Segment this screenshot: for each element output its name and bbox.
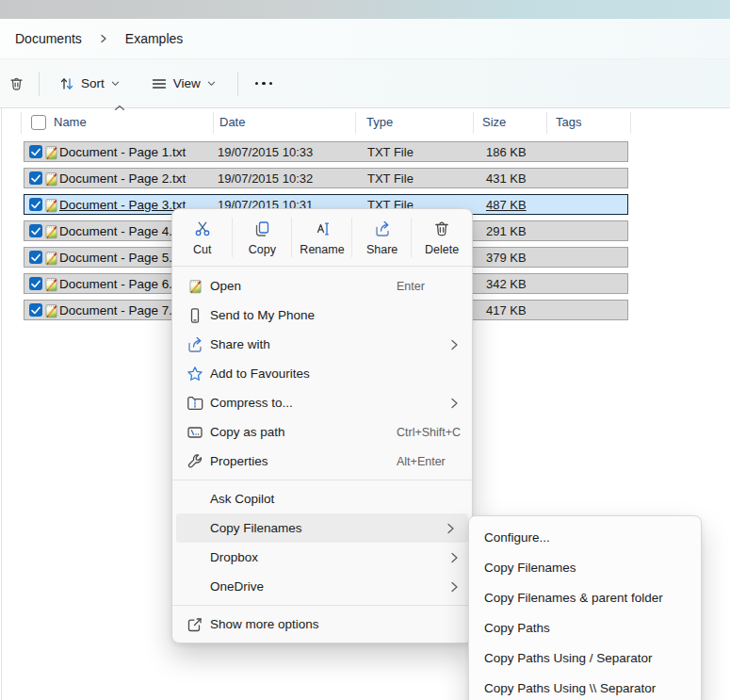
zip-folder-icon bbox=[186, 394, 204, 413]
shortcut-hint: Alt+Enter bbox=[397, 455, 446, 468]
menu-item-show-more-options[interactable]: Show more options bbox=[172, 610, 472, 639]
context-menu: CutCopyRenameShareDelete OpenEnterSend t… bbox=[171, 208, 473, 643]
column-header-date[interactable]: Date bbox=[219, 115, 245, 129]
submenu-item-copy-filenames[interactable]: Copy Filenames bbox=[469, 552, 701, 582]
view-label: View bbox=[173, 76, 201, 90]
submenu-item-copy-paths[interactable]: Copy Paths bbox=[469, 612, 701, 643]
file-row[interactable]: Document - Page 1.txt19/07/2015 10:33TXT… bbox=[24, 141, 628, 162]
quick-action-label: Share bbox=[366, 243, 397, 256]
menu-item-add-to-favourites[interactable]: Add to Favourites bbox=[172, 359, 472, 388]
menu-item-label: Open bbox=[210, 279, 241, 293]
file-row[interactable]: Document - Page 2.txt19/07/2015 10:32TXT… bbox=[24, 168, 628, 188]
column-divider[interactable] bbox=[21, 112, 22, 134]
toolbar-divider bbox=[39, 72, 40, 96]
file-name[interactable]: Document - Page 7.txt bbox=[59, 303, 186, 317]
file-date: 19/07/2015 10:32 bbox=[218, 171, 313, 186]
column-divider[interactable] bbox=[630, 112, 631, 134]
menu-item-onedrive[interactable]: OneDrive bbox=[172, 572, 472, 601]
delete-button[interactable] bbox=[0, 68, 33, 100]
menu-item-label: Compress to... bbox=[210, 396, 293, 410]
file-name[interactable]: Document - Page 1.txt bbox=[59, 145, 186, 159]
menu-item-label: Send to My Phone bbox=[210, 308, 315, 322]
menu-item-dropbox[interactable]: Dropbox bbox=[172, 543, 472, 572]
submenu-item-configure[interactable]: Configure... bbox=[469, 522, 701, 552]
quick-action-label: Delete bbox=[425, 243, 459, 256]
more-options-button[interactable] bbox=[244, 82, 284, 86]
file-name[interactable]: Document - Page 4.txt bbox=[59, 224, 186, 238]
menu-item-ask-copilot[interactable]: Ask Copilot bbox=[172, 484, 472, 513]
column-header-type[interactable]: Type bbox=[366, 115, 393, 129]
submenu-item-copy-filenames-parent-folder[interactable]: Copy Filenames & parent folder bbox=[469, 582, 701, 612]
command-toolbar: Sort View bbox=[0, 59, 730, 108]
column-header-size[interactable]: Size bbox=[482, 115, 506, 129]
column-divider[interactable] bbox=[546, 112, 547, 134]
menu-item-send-to-my-phone[interactable]: Send to My Phone bbox=[172, 301, 472, 330]
file-type: TXT File bbox=[367, 171, 414, 186]
column-divider[interactable] bbox=[213, 112, 214, 134]
menu-item-open[interactable]: OpenEnter bbox=[172, 271, 472, 301]
file-size: 417 KB bbox=[486, 303, 527, 317]
menu-item-share-with[interactable]: Share with bbox=[172, 330, 472, 359]
view-list-icon bbox=[152, 77, 167, 90]
file-name[interactable]: Document - Page 3.txt bbox=[59, 198, 186, 212]
menu-item-label: Copy as path bbox=[210, 425, 285, 439]
chevron-right-icon bbox=[449, 581, 459, 593]
file-size: 431 KB bbox=[486, 171, 527, 186]
menu-item-compress-to[interactable]: Compress to... bbox=[172, 388, 472, 417]
share-quick-button[interactable]: Share bbox=[352, 209, 413, 266]
row-checkbox[interactable] bbox=[29, 198, 42, 211]
quick-action-label: Copy bbox=[249, 243, 276, 256]
sort-button[interactable]: Sort bbox=[51, 68, 128, 100]
column-divider[interactable] bbox=[473, 112, 474, 134]
menu-item-copy-filenames[interactable]: Copy Filenames bbox=[176, 513, 468, 543]
chevron-right-icon bbox=[449, 339, 459, 350]
chevron-right-icon bbox=[449, 552, 459, 563]
menu-item-label: Share with bbox=[210, 337, 270, 351]
submenu-item-copy-paths-using-separator[interactable]: Copy Paths Using / Separator bbox=[469, 643, 701, 673]
select-all-checkbox[interactable] bbox=[31, 115, 46, 130]
copy-path-icon bbox=[186, 423, 204, 442]
text-document-icon bbox=[43, 171, 59, 187]
text-document-icon bbox=[43, 302, 59, 319]
menu-item-label: Properties bbox=[210, 454, 268, 468]
sort-label: Sort bbox=[81, 76, 105, 90]
chevron-down-icon bbox=[207, 79, 216, 88]
text-document-icon bbox=[43, 197, 59, 214]
rename-quick-button[interactable]: Rename bbox=[292, 209, 352, 266]
row-checkbox[interactable] bbox=[29, 303, 42, 317]
share-icon bbox=[186, 335, 204, 354]
file-name[interactable]: Document - Page 6.txt bbox=[59, 277, 186, 291]
quick-action-label: Cut bbox=[193, 243, 211, 256]
menu-item-copy-as-path[interactable]: Copy as pathCtrl+Shift+C bbox=[172, 417, 472, 447]
text-document-icon bbox=[43, 144, 59, 161]
row-checkbox[interactable] bbox=[29, 277, 42, 290]
view-button[interactable]: View bbox=[143, 68, 224, 100]
row-checkbox[interactable] bbox=[29, 224, 42, 237]
row-checkbox[interactable] bbox=[29, 171, 42, 185]
quick-action-label: Rename bbox=[300, 243, 344, 256]
file-name[interactable]: Document - Page 5.txt bbox=[59, 251, 186, 265]
breadcrumb-item-examples[interactable]: Examples bbox=[120, 27, 188, 50]
menu-item-label: OneDrive bbox=[210, 579, 264, 594]
star-icon bbox=[186, 365, 204, 383]
submenu-item-copy-paths-using-separator[interactable]: Copy Paths Using \\ Separator bbox=[469, 673, 701, 700]
column-header-name[interactable]: Name bbox=[54, 115, 87, 129]
menu-separator bbox=[172, 605, 472, 606]
share-icon bbox=[373, 220, 392, 238]
breadcrumb: Documents Examples bbox=[0, 19, 730, 59]
row-checkbox[interactable] bbox=[29, 251, 42, 264]
copy-quick-button[interactable]: Copy bbox=[233, 209, 293, 266]
document-icon bbox=[187, 278, 203, 295]
file-name[interactable]: Document - Page 2.txt bbox=[59, 171, 186, 186]
cut-quick-button[interactable]: Cut bbox=[172, 209, 233, 266]
chevron-right-icon bbox=[449, 398, 459, 409]
file-type: TXT File bbox=[367, 145, 414, 159]
breadcrumb-item-documents[interactable]: Documents bbox=[9, 27, 88, 50]
copy-icon bbox=[252, 220, 271, 238]
column-divider[interactable] bbox=[355, 112, 356, 134]
column-header-tags[interactable]: Tags bbox=[556, 115, 581, 129]
delete-quick-button[interactable]: Delete bbox=[412, 209, 472, 266]
menu-item-properties[interactable]: PropertiesAlt+Enter bbox=[172, 447, 472, 476]
file-size: 342 KB bbox=[486, 277, 527, 291]
row-checkbox[interactable] bbox=[29, 145, 42, 158]
